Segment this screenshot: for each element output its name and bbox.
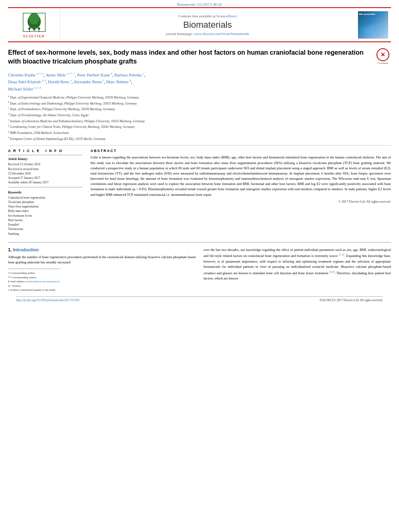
available-date: Available online 28 January 2017 bbox=[8, 180, 82, 185]
sciencedirect-line: Contents lists available at ScienceDirec… bbox=[179, 14, 237, 18]
ref-1-2[interactable]: [1,2] bbox=[339, 253, 344, 256]
elsevier-logo: ELSEVIER bbox=[20, 11, 48, 38]
intro-right-text: over the last two decades, our knowledge… bbox=[204, 247, 391, 281]
kw-3: Sinus floor augmentation bbox=[8, 204, 82, 209]
author-doaa[interactable]: Doaa Adel-Khattab bbox=[8, 80, 41, 84]
bottom-bar: http://dx.doi.org/10.1016/j.biomaterials… bbox=[16, 296, 383, 302]
affil-text-a: Dept. of Experimental Orofacial Medicine… bbox=[10, 96, 139, 99]
article-info-box: Article history: Received 12 October 201… bbox=[8, 155, 82, 187]
intro-number: 1. bbox=[8, 247, 12, 252]
affil-text-g: RMS Foundation, 2544 Bettlach, Switzerla… bbox=[10, 131, 68, 135]
email-link[interactable]: knabec@med.uni-marburg.de bbox=[27, 280, 60, 283]
right-column: ABSTRACT Little is known regarding the a… bbox=[90, 149, 391, 236]
crossmark-label: CrossMark bbox=[378, 62, 389, 64]
affil-text-f: Coordinating Center for Clinical Trials,… bbox=[10, 125, 135, 129]
intro-title: Introduction bbox=[13, 247, 39, 252]
homepage-label: journal homepage: bbox=[166, 32, 193, 36]
body-col-left: 1. Introduction Although the number of b… bbox=[8, 247, 195, 292]
ref-3-4[interactable]: [3,4] bbox=[329, 270, 334, 273]
footnote-4: 1 Authors contributed equally to the stu… bbox=[8, 288, 60, 292]
affil-sup-c: c bbox=[8, 107, 9, 109]
left-column: A R T I C L E I N F O Article history: R… bbox=[8, 149, 82, 236]
elsevier-tree-icon bbox=[20, 11, 48, 33]
footnote-1: * Corresponding author. bbox=[8, 271, 60, 275]
author-sup-c: c bbox=[143, 72, 144, 75]
affil-d: d Dept. of Periodontology, Ain Shams Uni… bbox=[8, 112, 391, 118]
svg-point-5 bbox=[38, 27, 40, 30]
affil-h: h European Center of Dental Implantology… bbox=[8, 136, 391, 142]
affiliations: a Dept. of Experimental Orofacial Medici… bbox=[8, 94, 391, 141]
elsevier-logo-area: ELSEVIER bbox=[8, 8, 60, 41]
journal-header: ELSEVIER Contents lists available at Sci… bbox=[8, 7, 391, 42]
intro-left-text: Although the number of bone regenerative… bbox=[8, 255, 195, 265]
kw-1: Craniofacial bone regeneration bbox=[8, 195, 82, 200]
affil-text-b: Dept. of Endocrinology and Diabetology, … bbox=[10, 101, 137, 105]
affil-text-e: Institute of Laboratory Medicine and Pat… bbox=[10, 119, 145, 123]
author-sup-ad: a, d bbox=[42, 79, 46, 82]
affil-sup-f: f bbox=[8, 124, 9, 127]
author-marc[interactable]: Marc Bohner bbox=[106, 80, 129, 84]
journal-citation: Biomaterials 123 (2017) 48–62 bbox=[0, 0, 399, 7]
author-aynur[interactable]: Aynur Mele bbox=[45, 73, 66, 77]
author-sup-b: b bbox=[111, 72, 113, 75]
author-sup-e: e bbox=[70, 79, 72, 82]
affil-text-d: Dept. of Periodontology, Ain Shams Unive… bbox=[10, 113, 88, 117]
authors-line: Christine Knabe a, *, 1, Aynur Mele a, *… bbox=[8, 72, 391, 92]
journal-cover: Bio materials bbox=[355, 8, 391, 41]
issn-text: 0142-9612/© 2017 Elsevier Ltd. All right… bbox=[320, 298, 383, 302]
author-christine[interactable]: Christine Knabe bbox=[8, 73, 36, 77]
kw-6: Host factors bbox=[8, 218, 82, 222]
author-alexander[interactable]: Alexander Reuss bbox=[74, 80, 102, 84]
author-peter[interactable]: Peter Herbert Kann bbox=[77, 73, 110, 77]
cover-image: Bio materials bbox=[358, 11, 388, 39]
affil-sup-b: b bbox=[8, 101, 9, 103]
affil-c: c Dept. of Prosthodontics, Philipps Univ… bbox=[8, 106, 391, 112]
svg-point-4 bbox=[28, 27, 31, 30]
keywords-box: Keywords: Craniofacial bone regeneration… bbox=[8, 191, 82, 236]
main-content: Effect of sex-hormone levels, sex, body … bbox=[8, 42, 391, 302]
intro-para-left: Although the number of bone regenerative… bbox=[8, 255, 195, 265]
journal-title: Biomaterials bbox=[183, 20, 232, 30]
footnote-3: E-mail address: knabec@med.uni-marburg.d… bbox=[8, 279, 60, 288]
affil-text-h: European Center of Dental Implantology (… bbox=[10, 137, 105, 140]
kw-4: Body mass index bbox=[8, 209, 82, 213]
affil-text-c: Dept. of Prosthodontics, Philipps Univer… bbox=[10, 107, 115, 111]
affil-a: a Dept. of Experimental Orofacial Medici… bbox=[8, 94, 391, 100]
received-date: Received 12 October 2016 bbox=[8, 162, 82, 166]
author-barbara[interactable]: Barbara Peleska bbox=[115, 73, 142, 77]
citation-text: Biomaterials 123 (2017) 48–62 bbox=[177, 2, 222, 6]
kw-5: Sex-hormone levels bbox=[8, 214, 82, 218]
intro-para-right: over the last two decades, our knowledge… bbox=[204, 247, 391, 281]
accepted-date: Accepted 27 January 2017 bbox=[8, 176, 82, 180]
affil-f: f Coordinating Center for Clinical Trial… bbox=[8, 124, 391, 129]
article-title: Effect of sex-hormone levels, sex, body … bbox=[8, 48, 371, 66]
author-sup-a1: a, *, 1 bbox=[37, 72, 43, 75]
journal-homepage: journal homepage: www.elsevier.com/locat… bbox=[166, 32, 249, 36]
article-info-header: A R T I C L E I N F O bbox=[8, 149, 82, 153]
page: Biomaterials 123 (2017) 48–62 bbox=[0, 0, 399, 532]
kw-8: Testosterone bbox=[8, 227, 82, 231]
affil-e: e Institute of Laboratory Medicine and P… bbox=[8, 118, 391, 124]
history-label: Article history: bbox=[8, 157, 82, 161]
crossmark-icon[interactable]: ✕ bbox=[376, 48, 389, 61]
author-sup-g: g bbox=[130, 79, 132, 82]
kw-2: Tricalcium phosphate bbox=[8, 200, 82, 204]
svg-point-2 bbox=[29, 13, 39, 25]
copyright-line: © 2017 Elsevier Ltd. All rights reserved… bbox=[90, 200, 391, 203]
doi-link[interactable]: http://dx.doi.org/10.1016/j.biomaterials… bbox=[16, 298, 80, 302]
elsevier-wordmark: ELSEVIER bbox=[23, 34, 45, 38]
journal-header-center: Contents lists available at ScienceDirec… bbox=[60, 8, 355, 41]
affil-b: b Dept. of Endocrinology and Diabetology… bbox=[8, 101, 391, 106]
article-title-section: Effect of sex-hormone levels, sex, body … bbox=[8, 48, 391, 68]
sciencedirect-link[interactable]: ScienceDirect bbox=[216, 14, 237, 18]
author-harald[interactable]: Harald Renz bbox=[48, 80, 69, 84]
body-two-col: 1. Introduction Although the number of b… bbox=[8, 247, 391, 292]
affil-sup-g: g bbox=[8, 130, 9, 133]
affil-g: g RMS Foundation, 2544 Bettlach, Switzer… bbox=[8, 130, 391, 136]
homepage-url[interactable]: www.elsevier.com/locate/biomaterials bbox=[194, 32, 249, 36]
affil-sup-d: d bbox=[8, 113, 9, 115]
affil-sup-h: h bbox=[8, 136, 9, 139]
crossmark-area[interactable]: ✕ CrossMark bbox=[375, 48, 391, 64]
kw-7: Estradiol bbox=[8, 222, 82, 227]
author-michael[interactable]: Michael Stiller bbox=[8, 86, 33, 91]
